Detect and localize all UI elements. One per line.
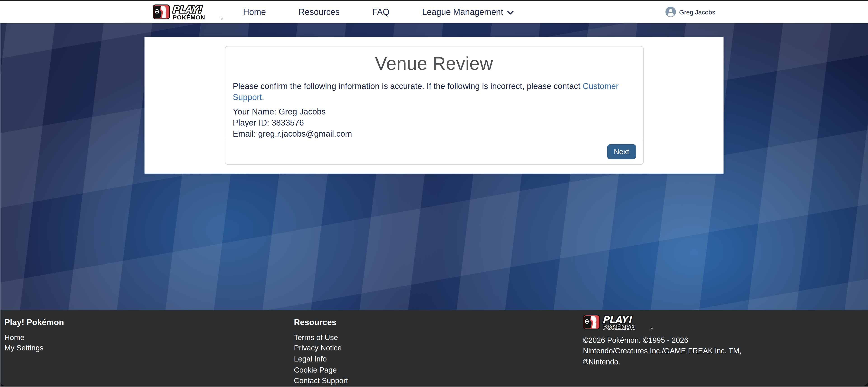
play-pokemon-logo[interactable]: PLAY! POKÉMON TM [153,4,223,20]
footer-link-contact-support[interactable]: Contact Support [294,376,583,386]
copyright-line-1: ©2026 Pokémon. ©1995 - 2026 [583,335,749,346]
footer-link-home[interactable]: Home [4,332,294,343]
footer-link-my-settings[interactable]: My Settings [4,343,294,354]
nav-link-league-management[interactable]: League Management [422,7,514,17]
page: PLAY! POKÉMON TM Home Resources FAQ Leag… [0,0,868,387]
nav-links: Home Resources FAQ League Management [243,7,547,17]
footer-logo-tm-text: TM [649,327,653,330]
nav-link-resources[interactable]: Resources [299,7,340,17]
nav-link-home[interactable]: Home [243,7,266,17]
copyright-line-2: Nintendo/Creatures Inc./GAME FREAK inc. … [583,346,749,356]
chevron-down-icon [507,10,514,15]
footer-play-pokemon-badge-icon [583,314,600,329]
footer-play-pokemon-wordmark: PLAY! POKÉMON TM [602,314,653,330]
footer-links-play-pokemon: Home My Settings [4,332,294,354]
user-name: Greg Jacobs [679,9,715,15]
footer-links-resources: Terms of Use Privacy Notice Legal Info C… [294,332,583,386]
confirm-text-prefix: Please confirm the following information… [233,81,583,91]
nav-link-faq[interactable]: FAQ [372,7,390,17]
copyright-line-3: ®Nintendo. [583,356,749,367]
play-pokemon-badge-icon [153,4,170,20]
footer-column-resources: Resources Terms of Use Privacy Notice Le… [294,315,583,386]
footer-heading-play-pokemon: Play! Pokémon [4,317,294,327]
next-button[interactable]: Next [607,144,636,159]
venue-review-panel: Venue Review Please confirm the followin… [224,46,644,165]
content-card: Venue Review Please confirm the followin… [145,37,724,174]
nav-link-home-label: Home [243,7,266,17]
footer-column-legal: PLAY! POKÉMON TM ©2026 Pokémon. ©1995 - … [583,315,868,386]
left-window-edge [0,23,1,387]
copyright-text: ©2026 Pokémon. ©1995 - 2026 Nintendo/Cre… [583,335,749,367]
footer: Play! Pokémon Home My Settings Resources… [0,310,868,387]
footer-logo-play-text: PLAY! [602,314,632,325]
player-id-line: Player ID: 3833576 [233,117,635,128]
player-name-line: Your Name: Greg Jacobs [233,106,635,117]
footer-link-legal-info[interactable]: Legal Info [294,354,583,365]
nav-link-faq-label: FAQ [372,7,390,17]
navbar-inner: PLAY! POKÉMON TM Home Resources FAQ Leag… [145,1,724,23]
nav-link-league-management-label: League Management [422,7,503,17]
footer-link-privacy-notice[interactable]: Privacy Notice [294,343,583,354]
footer-card: Play! Pokémon Home My Settings Resources… [0,310,868,386]
page-title: Venue Review [233,53,635,74]
nav-link-resources-label: Resources [299,7,340,17]
footer-play-pokemon-logo: PLAY! POKÉMON TM [583,314,868,330]
logo-pokemon-text: POKÉMON [173,14,205,20]
confirm-text: Please confirm the following information… [233,80,635,103]
venue-review-panel-body: Venue Review Please confirm the followin… [225,46,643,139]
venue-review-panel-footer: Next [225,139,643,164]
play-pokemon-wordmark: PLAY! POKÉMON TM [172,4,223,20]
footer-column-play-pokemon: Play! Pokémon Home My Settings [4,315,294,386]
logo-tm-text: TM [219,18,222,20]
footer-heading-resources: Resources [294,317,583,327]
user-menu[interactable]: Greg Jacobs [665,7,715,18]
footer-logo-pokemon-text: POKÉMON [603,324,635,330]
footer-link-terms-of-use[interactable]: Terms of Use [294,332,583,343]
footer-link-cookie-page[interactable]: Cookie Page [294,365,583,376]
bottom-scrollbar-strip[interactable] [0,386,868,387]
player-info: Your Name: Greg Jacobs Player ID: 383357… [233,106,635,139]
top-navbar: PLAY! POKÉMON TM Home Resources FAQ Leag… [0,1,868,23]
hero-background: Venue Review Please confirm the followin… [0,23,868,310]
user-avatar-icon [665,7,676,18]
player-email-line: Email: greg.r.jacobs@gmail.com [233,128,635,139]
logo-play-text: PLAY! [172,4,202,15]
confirm-text-suffix: . [262,92,264,102]
